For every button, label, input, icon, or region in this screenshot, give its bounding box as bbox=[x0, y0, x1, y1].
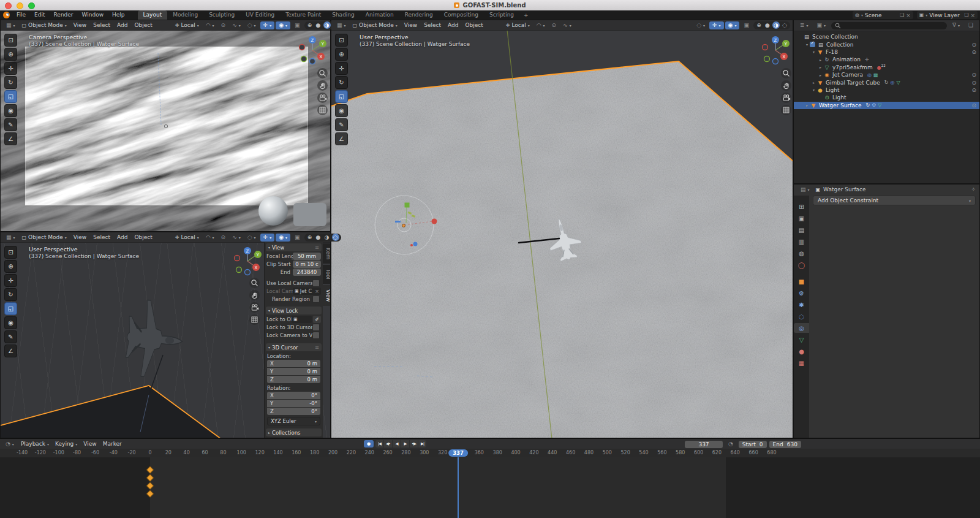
viewport-menu-select[interactable]: Select bbox=[90, 21, 113, 29]
outliner-row-collection[interactable]: ▾▤Collection⊙ bbox=[794, 40, 979, 48]
playhead-line[interactable] bbox=[458, 457, 459, 518]
preview-range-button[interactable]: ◔ bbox=[725, 440, 736, 448]
camera-view-button[interactable] bbox=[249, 302, 260, 313]
visibility-eye-icon[interactable]: ⊙ bbox=[971, 72, 976, 78]
visibility-eye-icon[interactable]: ⊙ bbox=[971, 49, 976, 55]
gizmo-x-neg-axis[interactable] bbox=[235, 256, 240, 261]
outliner-row-scene-collection[interactable]: ▤Scene Collection bbox=[794, 33, 979, 40]
gizmo-z-neg-axis[interactable] bbox=[310, 59, 315, 64]
xray-toggle[interactable]: ▣ bbox=[292, 234, 303, 242]
use-local-camera-checkbox[interactable] bbox=[312, 280, 320, 287]
gimbal-gizmo[interactable] bbox=[375, 196, 437, 254]
n-panel-tab-item[interactable]: Item bbox=[323, 243, 330, 264]
remove-view-layer-button[interactable]: × bbox=[970, 12, 975, 18]
disclosure-closed-icon[interactable]: ▸ bbox=[818, 65, 823, 69]
tool-scale-button[interactable]: ◱ bbox=[335, 90, 348, 103]
gizmo-y-neg-axis[interactable] bbox=[236, 267, 242, 273]
add-object-constraint-button[interactable]: Add Object Constraint▾ bbox=[813, 196, 976, 205]
properties-tab-constraints[interactable]: ◎ bbox=[794, 323, 809, 333]
grid-view-button[interactable] bbox=[781, 105, 791, 115]
tool-measure-button[interactable]: ∠ bbox=[4, 132, 17, 145]
visibility-eye-icon[interactable]: ⊙ bbox=[971, 42, 976, 48]
prev-keyframe-button[interactable]: ◀• bbox=[384, 440, 393, 448]
view-layer-selector[interactable]: ▣▾ View Layer ❏ × bbox=[917, 11, 978, 19]
gizmo-x-neg-axis[interactable] bbox=[763, 45, 768, 50]
new-collection-button[interactable]: ❏ bbox=[965, 21, 976, 29]
zoom-view-button[interactable] bbox=[249, 278, 260, 288]
shading-wireframe-button[interactable]: ⊕ bbox=[306, 21, 314, 29]
viewport-menu-object[interactable]: Object bbox=[131, 234, 155, 242]
tool-transform-button[interactable]: ◉ bbox=[335, 104, 348, 117]
viewport-editor-type-button[interactable]: ▦▾ bbox=[3, 21, 18, 29]
disclosure-closed-icon[interactable]: ▸ bbox=[811, 80, 816, 85]
unlink-scene-button[interactable]: × bbox=[906, 12, 911, 18]
timeline-menu-marker[interactable]: Marker bbox=[100, 440, 125, 448]
3d-cursor[interactable] bbox=[402, 224, 405, 227]
viewport-menu-select[interactable]: Select bbox=[421, 21, 444, 29]
panel-grip-icon[interactable]: ≡ bbox=[315, 345, 319, 351]
proportional-falloff-icon[interactable]: ∿▾ bbox=[560, 21, 575, 29]
reflective-sphere-object[interactable] bbox=[258, 196, 288, 226]
outliner-row-gimbal-target-cube[interactable]: ▸▼Gimbal Target Cube↻◎▽⊙ bbox=[794, 78, 979, 86]
new-view-layer-button[interactable]: ❏ bbox=[964, 12, 968, 18]
playhead-frame-badge[interactable]: 337 bbox=[448, 449, 468, 457]
tool-transform-button[interactable]: ◉ bbox=[4, 104, 17, 117]
transform-orientation-select[interactable]: ✛Local▾ bbox=[503, 21, 533, 29]
workspace-tab-uv-editing[interactable]: UV Editing bbox=[240, 10, 280, 20]
disclosure-open-icon[interactable]: ▾ bbox=[811, 88, 816, 92]
current-frame-field[interactable]: 337 bbox=[685, 441, 723, 448]
shading-solid-button[interactable]: ● bbox=[315, 234, 322, 241]
visibility-eye-icon[interactable]: ⊙ bbox=[971, 87, 976, 93]
properties-tab-modifiers[interactable]: ⚙ bbox=[795, 288, 808, 298]
cursor-location-x-field[interactable]: X0 m bbox=[267, 360, 320, 367]
gizmo-y-neg-axis[interactable] bbox=[764, 56, 770, 62]
viewport-camera-canvas[interactable]: Camera Perspective (337) Scene Collectio… bbox=[1, 30, 330, 231]
menu-window[interactable]: Window bbox=[78, 10, 108, 20]
tool-cursor-button[interactable]: ⊕ bbox=[335, 48, 348, 61]
properties-tab-object[interactable]: ■ bbox=[795, 276, 808, 286]
outliner-display-mode-button[interactable]: ▣ ▾ bbox=[814, 21, 829, 29]
outliner-row-watger-surface[interactable]: ▸▼Watger Surface↻⚙▽⊙ bbox=[794, 102, 979, 109]
workspace-tab-scripting[interactable]: Scripting bbox=[484, 10, 519, 20]
jump-start-button[interactable]: |◀ bbox=[375, 440, 384, 448]
focal-length-field[interactable]: 50 mm bbox=[293, 253, 321, 260]
local-camera-field[interactable]: ▣ Jet C × bbox=[293, 288, 321, 295]
gizmo-x-handle[interactable] bbox=[432, 219, 437, 224]
clip-end-field[interactable]: 243840 bbox=[293, 269, 321, 276]
zoom-view-button[interactable] bbox=[781, 68, 791, 78]
menu-edit[interactable]: Edit bbox=[30, 10, 49, 20]
shading-material-preview-button[interactable]: ◑ bbox=[772, 21, 780, 29]
tool-measure-button[interactable]: ∠ bbox=[335, 132, 348, 145]
gizmo-z-handle[interactable] bbox=[413, 242, 418, 246]
mode-select[interactable]: ▢Object Mode▾ bbox=[350, 21, 401, 29]
jump-end-button[interactable]: ▶| bbox=[418, 440, 426, 448]
object-visibility-dropdown[interactable]: ◌▾ bbox=[244, 234, 259, 242]
properties-tab-physics[interactable]: ◌ bbox=[795, 311, 808, 321]
shading-rendered-button[interactable]: ◌ bbox=[332, 234, 339, 241]
viewport-menu-view[interactable]: View bbox=[401, 21, 420, 29]
lock-object-field[interactable]: ▣ bbox=[292, 316, 312, 323]
f18-jet-object[interactable] bbox=[124, 299, 186, 379]
properties-tab-texture[interactable]: ▦ bbox=[795, 358, 808, 368]
collection-checkbox[interactable] bbox=[810, 42, 815, 47]
viewport-menu-add[interactable]: Add bbox=[445, 21, 461, 29]
viewport-editor-type-button[interactable]: ▦▾ bbox=[334, 21, 349, 29]
snapping-dropdown[interactable]: ◠▾ bbox=[203, 21, 217, 29]
properties-tab-view-layer[interactable]: ▥ bbox=[795, 237, 808, 246]
tool-rotate-button[interactable]: ↻ bbox=[335, 76, 348, 89]
tool-cursor-button[interactable]: ⊕ bbox=[4, 260, 17, 273]
outliner-editor-type-button[interactable]: ≣ ▾ bbox=[797, 21, 812, 29]
new-scene-button[interactable]: ❏ bbox=[900, 12, 904, 18]
camera-view-button[interactable] bbox=[781, 93, 791, 103]
cursor-location-y-field[interactable]: Y0 m bbox=[267, 368, 320, 375]
play-reverse-button[interactable]: ◀ bbox=[393, 440, 401, 448]
tool-scale-button[interactable]: ◱ bbox=[4, 302, 17, 315]
proportional-falloff-icon[interactable]: ∿▾ bbox=[229, 234, 244, 242]
outliner-row-animation[interactable]: ▸↻Animation✛ bbox=[794, 56, 979, 63]
properties-tab-material[interactable]: ● bbox=[795, 346, 808, 356]
properties-tab-output[interactable]: ▤ bbox=[795, 225, 808, 235]
overlays-dropdown[interactable]: ◉▾ bbox=[276, 21, 290, 29]
lock-camera-to-view-checkbox[interactable] bbox=[312, 332, 320, 339]
mode-select[interactable]: ▢Object Mode▾ bbox=[19, 234, 70, 242]
workspace-tab-sculpting[interactable]: Sculpting bbox=[203, 10, 240, 20]
